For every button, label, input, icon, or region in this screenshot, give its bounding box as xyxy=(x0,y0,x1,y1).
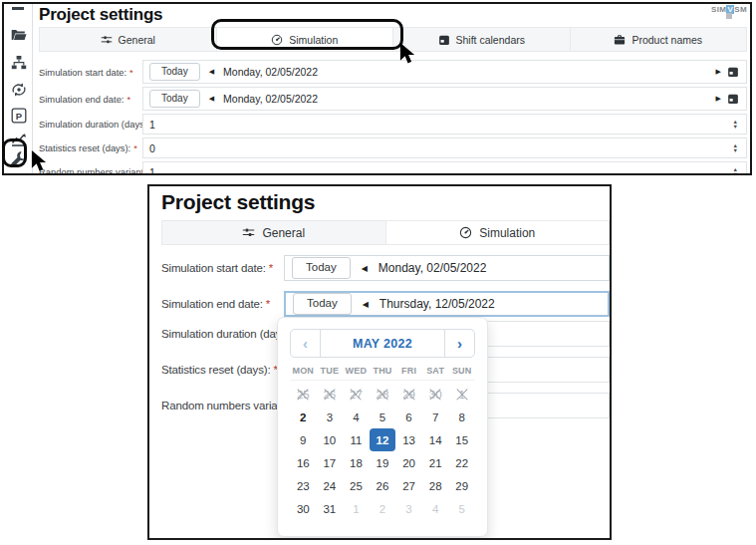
calendar-day[interactable]: 20 xyxy=(395,451,422,474)
inset-window: Project settings General Simulation Simu… xyxy=(147,184,612,540)
menu-dash-icon[interactable] xyxy=(12,7,24,10)
calendar-day[interactable]: 30 xyxy=(290,497,317,520)
calendar-day[interactable]: 9 xyxy=(290,428,317,451)
calendar-day[interactable]: 5 xyxy=(370,406,396,428)
folder-icon[interactable] xyxy=(11,27,27,43)
prev-day-icon[interactable]: ◀ xyxy=(363,300,369,309)
calendar-day[interactable]: 21 xyxy=(422,451,449,474)
number-value: 0 xyxy=(149,142,155,154)
prev-day-icon[interactable]: ◀ xyxy=(362,264,368,273)
calendar-day[interactable]: 26 xyxy=(370,474,396,497)
spinner-control[interactable]: ▲▼ xyxy=(733,167,740,174)
calendar-day[interactable]: 6 xyxy=(395,406,422,428)
calendar-day[interactable]: 3 xyxy=(395,497,422,520)
tab-general[interactable]: General xyxy=(39,27,217,52)
calendar-day: 26 xyxy=(317,383,344,406)
prev-day-icon[interactable]: ◀ xyxy=(209,95,214,103)
tab-simulation[interactable]: Simulation xyxy=(386,220,611,245)
field-row-end-date: Simulation end date:* Today ◀ Monday, 02… xyxy=(39,87,747,111)
today-button[interactable]: Today xyxy=(293,293,352,315)
calendar-day[interactable]: 27 xyxy=(395,474,422,497)
next-day-icon[interactable]: ▶ xyxy=(716,68,721,76)
cursor-arrow-tab xyxy=(398,42,417,65)
calendar-day[interactable]: 19 xyxy=(370,451,396,474)
tab-label: General xyxy=(119,34,155,46)
tab-general[interactable]: General xyxy=(161,220,386,245)
start-date-input[interactable]: Today ◀ Monday, 02/05/2022 ▶ xyxy=(142,60,747,84)
field-label: Random numbers variant:* xyxy=(39,166,142,173)
parking-icon[interactable]: P xyxy=(11,108,27,124)
calendar-day[interactable]: 25 xyxy=(343,474,370,497)
prev-day-icon[interactable]: ◀ xyxy=(209,68,214,76)
calendar-day[interactable]: 24 xyxy=(317,474,344,497)
field-label: Statistics reset (days):* xyxy=(39,142,142,153)
form: Simulation start date:* Today ◀ Monday, … xyxy=(39,60,747,173)
month-year-label[interactable]: MAY 2022 xyxy=(321,330,444,357)
tab-shift-calendars[interactable]: Shift calendars xyxy=(393,27,571,52)
calendar-day[interactable]: 10 xyxy=(317,428,344,451)
calendar-day[interactable]: 4 xyxy=(422,497,449,520)
calendar-day[interactable]: 17 xyxy=(317,451,344,474)
calendar-grid: 2526272829301234567891011121314151617181… xyxy=(290,383,475,520)
spinner-control[interactable]: ▲▼ xyxy=(733,143,740,153)
sitemap-icon[interactable] xyxy=(11,55,27,71)
calendar-day[interactable]: 2 xyxy=(290,406,317,428)
stats-reset-input[interactable]: 0 ▲▼ xyxy=(142,137,747,158)
gauge-icon xyxy=(459,226,472,239)
next-day-icon[interactable]: ▶ xyxy=(716,95,721,103)
day-header: MON xyxy=(290,366,317,376)
calendar-day: 28 xyxy=(370,383,396,406)
process-icon[interactable] xyxy=(11,82,27,98)
random-variant-input[interactable]: 1 ▲▼ xyxy=(142,161,747,173)
date-picker: ‹ MAY 2022 › MONTUEWEDTHUFRISATSUN 25262… xyxy=(277,317,488,537)
calendar-day[interactable]: 5 xyxy=(448,497,475,520)
field-label: Simulation start date:* xyxy=(39,67,142,78)
calendar-day[interactable]: 29 xyxy=(448,474,475,497)
calendar-icon[interactable] xyxy=(727,93,739,105)
calendar-day[interactable]: 2 xyxy=(370,497,396,520)
field-label: Statistics reset (days):* xyxy=(161,364,284,376)
tab-product-names[interactable]: Product names xyxy=(571,27,748,52)
calendar-day: 29 xyxy=(395,383,422,406)
calendar-day[interactable]: 4 xyxy=(343,406,370,428)
calendar-day[interactable]: 28 xyxy=(422,474,449,497)
end-date-input[interactable]: Today ◀ Monday, 02/05/2022 ▶ xyxy=(142,87,747,111)
field-row-start-date: Simulation start date:* Today ◀ Monday, … xyxy=(39,60,747,84)
day-header: TUE xyxy=(317,366,344,376)
today-button[interactable]: Today xyxy=(149,90,200,108)
calendar-day[interactable]: 15 xyxy=(448,428,475,451)
end-date-input[interactable]: Today ◀ Thursday, 12/05/2022 xyxy=(284,291,610,317)
today-button[interactable]: Today xyxy=(149,63,200,81)
calendar-day[interactable]: 11 xyxy=(343,428,370,451)
calendar-day[interactable]: 12 xyxy=(370,428,396,451)
field-row-duration: Simulation duration (days): 1 ▲▼ xyxy=(39,114,747,135)
next-month-button[interactable]: › xyxy=(444,330,474,357)
calendar-day[interactable]: 18 xyxy=(343,451,370,474)
field-row-random-variant: Random numbers variant:* 1 ▲▼ xyxy=(39,161,747,173)
tab-label: Shift calendars xyxy=(456,34,525,46)
calendar-day[interactable]: 14 xyxy=(422,428,449,451)
calendar-day[interactable]: 23 xyxy=(290,474,317,497)
field-label: Simulation start date:* xyxy=(161,262,284,274)
prev-month-button[interactable]: ‹ xyxy=(291,330,321,357)
tab-label: Product names xyxy=(631,34,702,46)
calendar-icon[interactable] xyxy=(727,66,739,78)
duration-input[interactable]: 1 ▲▼ xyxy=(142,114,747,135)
tab-bar: General Simulation xyxy=(161,220,610,245)
sliders-icon xyxy=(101,34,113,46)
start-date-input[interactable]: Today ◀ Monday, 02/05/2022 xyxy=(284,255,610,281)
calendar-day[interactable]: 7 xyxy=(422,406,449,428)
field-label: Random numbers variant:* xyxy=(161,400,284,411)
calendar-day[interactable]: 1 xyxy=(343,497,370,520)
calendar-day[interactable]: 8 xyxy=(448,406,475,428)
field-row-end-date: Simulation end date:* Today ◀ Thursday, … xyxy=(161,291,610,317)
calendar-day[interactable]: 3 xyxy=(317,406,344,428)
calendar-day[interactable]: 13 xyxy=(395,428,422,451)
today-button[interactable]: Today xyxy=(292,257,351,279)
calendar-day[interactable]: 31 xyxy=(317,497,344,520)
spinner-control[interactable]: ▲▼ xyxy=(733,120,740,130)
svg-text:P: P xyxy=(16,111,23,122)
calendar-day[interactable]: 16 xyxy=(290,451,317,474)
page-title: Project settings xyxy=(161,190,315,214)
calendar-day[interactable]: 22 xyxy=(448,451,475,474)
